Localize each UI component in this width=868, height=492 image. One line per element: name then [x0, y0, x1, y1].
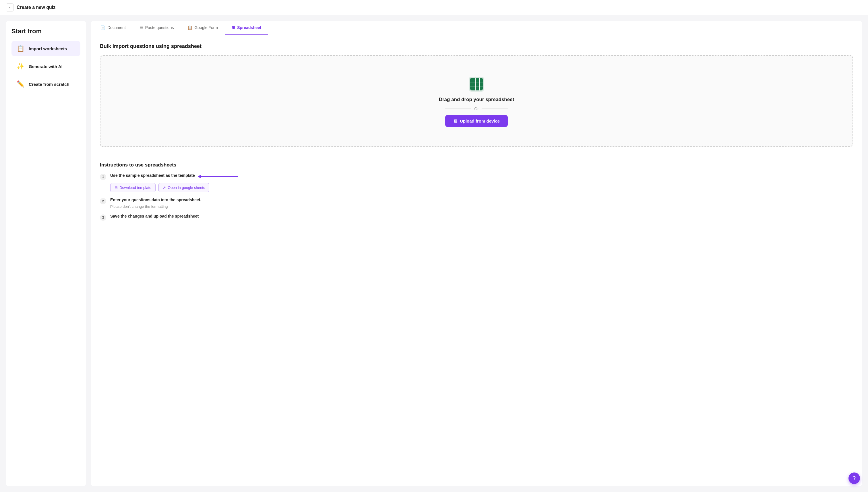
download-template-icon: ⊞ [115, 186, 118, 190]
sidebar-item-generate-ai-label: Generate with AI [29, 64, 63, 69]
download-template-button[interactable]: ⊞ Download template [110, 183, 155, 192]
sidebar-heading: Start from [11, 28, 80, 35]
step-2-content: Enter your questions data into the sprea… [110, 197, 853, 209]
content-body: Bulk import questions using spreadsheet … [91, 35, 862, 234]
main-layout: Start from 📋 Import worksheets ✨ Generat… [0, 15, 868, 492]
instruction-step-1: 1 Use the sample spreadsheet as the temp… [100, 173, 853, 192]
arrow-indicator [198, 175, 238, 178]
google-form-tab-icon: 📋 [188, 25, 192, 30]
back-button[interactable]: ‹ [6, 3, 14, 11]
document-tab-label: Document [107, 25, 126, 30]
sidebar-item-import-worksheets-label: Import worksheets [29, 46, 67, 51]
spreadsheet-tab-icon: ⊞ [232, 25, 235, 30]
create-scratch-icon: ✏️ [16, 80, 25, 88]
arrow-head [198, 175, 201, 178]
spreadsheet-tab-label: Spreadsheet [237, 25, 261, 30]
paste-questions-tab-icon: ☰ [140, 25, 143, 30]
help-button[interactable]: ? [848, 472, 860, 484]
spreadsheet-svg-icon [468, 75, 485, 93]
or-divider: Or [445, 106, 508, 111]
drop-zone[interactable]: Drag and drop your spreadsheet Or 🖥 Uplo… [100, 55, 853, 147]
help-label: ? [853, 475, 856, 482]
sidebar: Start from 📋 Import worksheets ✨ Generat… [6, 21, 86, 486]
tab-document[interactable]: 📄 Document [94, 21, 132, 35]
step-2-number: 2 [100, 198, 106, 204]
open-google-sheets-button[interactable]: ↗ Open in google sheets [158, 183, 209, 192]
instruction-step-2: 2 Enter your questions data into the spr… [100, 197, 853, 209]
step-2-sub: Please don't change the formatting [110, 204, 853, 209]
sidebar-item-create-scratch-label: Create from scratch [29, 82, 70, 87]
document-tab-icon: 📄 [100, 25, 105, 30]
step-1-actions: ⊞ Download template ↗ Open in google she… [110, 183, 853, 192]
top-header: ‹ Create a new quiz [0, 0, 868, 15]
drag-drop-text: Drag and drop your spreadsheet [439, 97, 514, 102]
step-1-content: Use the sample spreadsheet as the templa… [110, 173, 853, 192]
step-3-number: 3 [100, 215, 106, 221]
tab-spreadsheet[interactable]: ⊞ Spreadsheet [225, 21, 268, 35]
upload-icon: 🖥 [453, 119, 457, 123]
or-text: Or [474, 106, 479, 111]
bulk-import-title: Bulk import questions using spreadsheet [100, 43, 853, 49]
open-google-sheets-icon: ↗ [163, 186, 166, 190]
sidebar-item-generate-ai[interactable]: ✨ Generate with AI [11, 58, 80, 74]
generate-ai-icon: ✨ [16, 63, 25, 70]
section-divider [100, 155, 853, 155]
paste-questions-tab-label: Paste questions [145, 25, 174, 30]
step-1-text: Use the sample spreadsheet as the templa… [110, 173, 195, 178]
step-3-text: Save the changes and upload the spreadsh… [110, 214, 853, 218]
google-form-tab-label: Google Form [194, 25, 218, 30]
upload-from-device-button[interactable]: 🖥 Upload from device [445, 115, 508, 127]
content-area: 📄 Document ☰ Paste questions 📋 Google Fo… [91, 21, 862, 486]
tab-google-form[interactable]: 📋 Google Form [180, 21, 225, 35]
step-2-text: Enter your questions data into the sprea… [110, 197, 853, 202]
step-1-number: 1 [100, 174, 106, 180]
arrow-line [201, 176, 238, 177]
step-3-content: Save the changes and upload the spreadsh… [110, 214, 853, 221]
download-template-label: Download template [119, 186, 151, 190]
open-google-sheets-label: Open in google sheets [168, 186, 205, 190]
sidebar-item-import-worksheets[interactable]: 📋 Import worksheets [11, 41, 80, 56]
instruction-step-3: 3 Save the changes and upload the spread… [100, 214, 853, 221]
sidebar-item-create-scratch[interactable]: ✏️ Create from scratch [11, 76, 80, 92]
tabs-bar: 📄 Document ☰ Paste questions 📋 Google Fo… [91, 21, 862, 35]
back-icon: ‹ [9, 5, 10, 10]
tab-paste-questions[interactable]: ☰ Paste questions [132, 21, 181, 35]
svg-rect-1 [470, 78, 483, 91]
instructions-title: Instructions to use spreadsheets [100, 162, 853, 168]
page-title: Create a new quiz [17, 5, 55, 10]
upload-btn-label: Upload from device [460, 119, 500, 123]
import-worksheets-icon: 📋 [16, 45, 25, 52]
